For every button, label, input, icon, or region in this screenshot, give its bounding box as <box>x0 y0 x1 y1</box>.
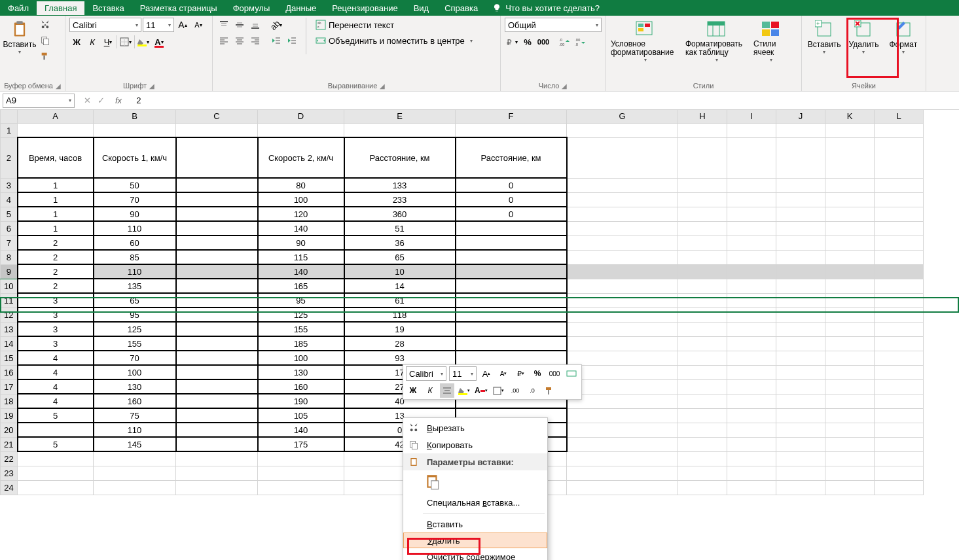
cell-H4[interactable] <box>678 192 727 207</box>
cell-L12[interactable] <box>875 307 924 322</box>
cell-A9[interactable]: 2 <box>18 264 94 279</box>
cell-styles-button[interactable]: Стили ячеек▾ <box>752 18 790 64</box>
cell-J24[interactable] <box>776 480 825 495</box>
cell-L11[interactable] <box>875 293 924 307</box>
cell-E2[interactable]: Расстояние, км <box>344 137 456 178</box>
cell-C2[interactable] <box>176 137 258 178</box>
cell-D5[interactable]: 120 <box>258 207 344 221</box>
cell-L14[interactable] <box>875 336 924 351</box>
cell-F13[interactable] <box>456 322 567 336</box>
cell-J8[interactable] <box>776 250 825 264</box>
borders-button[interactable]: ▾ <box>118 35 133 49</box>
mini-format-painter[interactable] <box>542 383 556 398</box>
fill-color-button[interactable]: ▾ <box>136 35 151 49</box>
tab-Данные[interactable]: Данные <box>278 1 324 15</box>
cell-F9[interactable] <box>456 264 567 279</box>
row-head-2[interactable]: 2 <box>1 137 18 178</box>
underline-button[interactable]: Ч▾ <box>101 35 115 49</box>
cell-J10[interactable] <box>776 279 825 293</box>
cell-C16[interactable] <box>176 365 258 379</box>
cell-I6[interactable] <box>727 221 776 236</box>
cell-C14[interactable] <box>176 336 258 351</box>
cell-E12[interactable]: 118 <box>344 307 456 322</box>
cell-I9[interactable] <box>727 264 776 279</box>
row-head-4[interactable]: 4 <box>1 192 18 207</box>
cell-E6[interactable]: 51 <box>344 221 456 236</box>
cell-E13[interactable]: 19 <box>344 322 456 336</box>
cell-A21[interactable]: 5 <box>18 437 94 451</box>
cell-G2[interactable] <box>567 137 678 178</box>
cell-L19[interactable] <box>875 408 924 423</box>
cell-B5[interactable]: 90 <box>94 207 176 221</box>
cell-L2[interactable] <box>875 137 924 178</box>
cell-F15[interactable] <box>456 351 567 365</box>
name-box[interactable]: A9▾ <box>3 94 75 108</box>
row-head-13[interactable]: 13 <box>1 322 18 336</box>
cell-G17[interactable] <box>567 379 678 394</box>
cell-H15[interactable] <box>678 351 727 365</box>
cell-H3[interactable] <box>678 178 727 192</box>
align-top-button[interactable] <box>217 18 231 32</box>
cell-K22[interactable] <box>825 451 875 466</box>
cell-K9[interactable] <box>825 264 875 279</box>
cell-K7[interactable] <box>825 236 875 250</box>
cell-L10[interactable] <box>875 279 924 293</box>
cell-G10[interactable] <box>567 279 678 293</box>
cell-B22[interactable] <box>94 451 176 466</box>
increase-indent-button[interactable] <box>285 33 299 48</box>
tab-Главная[interactable]: Главная <box>37 1 84 15</box>
cell-K8[interactable] <box>825 250 875 264</box>
cell-I21[interactable] <box>727 437 776 451</box>
cell-H13[interactable] <box>678 322 727 336</box>
shrink-font-button[interactable]: A▾ <box>191 18 206 32</box>
format-as-table-button[interactable]: Форматировать как таблицу▾ <box>684 18 750 64</box>
cell-K14[interactable] <box>825 336 875 351</box>
cell-A5[interactable]: 1 <box>18 207 94 221</box>
mini-italic[interactable]: К <box>423 383 437 398</box>
dialog-launcher-icon[interactable]: ◢ <box>149 82 154 90</box>
format-painter-button[interactable] <box>38 49 52 63</box>
cell-H14[interactable] <box>678 336 727 351</box>
cell-K10[interactable] <box>825 279 875 293</box>
row-head-12[interactable]: 12 <box>1 307 18 322</box>
cell-K11[interactable] <box>825 293 875 307</box>
mini-font-color[interactable]: A▾ <box>474 383 488 398</box>
cell-F8[interactable] <box>456 250 567 264</box>
cell-J15[interactable] <box>776 351 825 365</box>
ctx-copy[interactable]: Копировать <box>403 436 547 453</box>
cell-J20[interactable] <box>776 423 825 437</box>
cell-K1[interactable] <box>825 123 875 137</box>
cell-J17[interactable] <box>776 379 825 394</box>
cell-L9[interactable] <box>875 264 924 279</box>
font-color-button[interactable]: A▾ <box>152 35 166 49</box>
row-head-9[interactable]: 9 <box>1 264 18 279</box>
cell-L24[interactable] <box>875 480 924 495</box>
cell-A1[interactable] <box>18 123 94 137</box>
cell-I18[interactable] <box>727 394 776 408</box>
cell-G11[interactable] <box>567 293 678 307</box>
cell-B10[interactable]: 135 <box>94 279 176 293</box>
cell-C13[interactable] <box>176 322 258 336</box>
cell-K2[interactable] <box>825 137 875 178</box>
mini-dec-decimal[interactable]: .0 <box>525 383 539 398</box>
cell-A12[interactable]: 3 <box>18 307 94 322</box>
cell-G7[interactable] <box>567 236 678 250</box>
format-cells-button[interactable]: Формат▾ <box>885 18 922 56</box>
cell-H10[interactable] <box>678 279 727 293</box>
dialog-launcher-icon[interactable]: ◢ <box>56 82 61 90</box>
cell-C18[interactable] <box>176 394 258 408</box>
cell-B16[interactable]: 100 <box>94 365 176 379</box>
cell-C11[interactable] <box>176 293 258 307</box>
cell-A23[interactable] <box>18 466 94 480</box>
cell-J6[interactable] <box>776 221 825 236</box>
cell-D2[interactable]: Скорость 2, км/ч <box>258 137 344 178</box>
cell-K6[interactable] <box>825 221 875 236</box>
cell-C4[interactable] <box>176 192 258 207</box>
cell-I23[interactable] <box>727 466 776 480</box>
conditional-formatting-button[interactable]: Условное форматирование▾ <box>609 18 681 64</box>
cell-K20[interactable] <box>825 423 875 437</box>
cell-B3[interactable]: 50 <box>94 178 176 192</box>
cell-G20[interactable] <box>567 423 678 437</box>
cell-L21[interactable] <box>875 437 924 451</box>
cell-C5[interactable] <box>176 207 258 221</box>
